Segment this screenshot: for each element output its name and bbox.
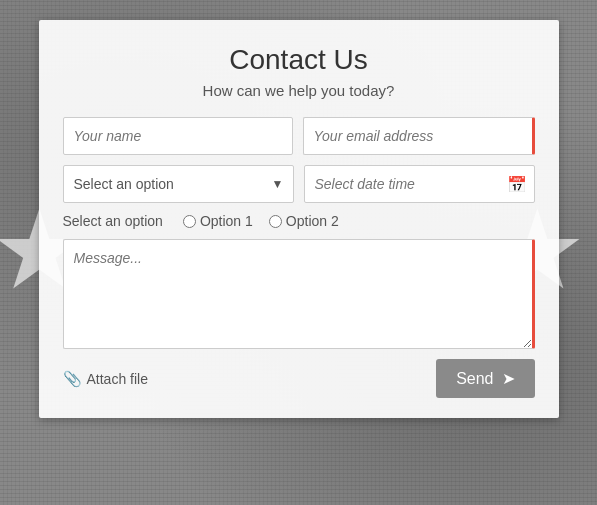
option-select[interactable]: Select an option Option 1 Option 2 Optio… <box>63 165 294 203</box>
form-subtitle: How can we help you today? <box>63 82 535 99</box>
send-button[interactable]: Send ➤ <box>436 359 534 398</box>
radio-option-1[interactable]: Option 1 <box>183 213 253 229</box>
paperclip-icon: 📎 <box>63 370 82 388</box>
attach-file-link[interactable]: 📎 Attach file <box>63 370 148 388</box>
contact-form-card: Contact Us How can we help you today? Se… <box>39 20 559 418</box>
radio-option-1-label: Option 1 <box>200 213 253 229</box>
date-wrapper: 📅 <box>304 165 535 203</box>
radio-option-2-label: Option 2 <box>286 213 339 229</box>
form-title: Contact Us <box>63 44 535 76</box>
radio-group-label: Select an option <box>63 213 163 229</box>
name-email-row <box>63 117 535 155</box>
name-input[interactable] <box>63 117 293 155</box>
send-icon: ➤ <box>502 369 515 388</box>
select-date-row: Select an option Option 1 Option 2 Optio… <box>63 165 535 203</box>
message-row <box>63 239 535 349</box>
attach-file-label: Attach file <box>87 371 148 387</box>
radio-row: Select an option Option 1 Option 2 <box>63 213 535 229</box>
send-button-label: Send <box>456 370 493 388</box>
radio-input-2[interactable] <box>269 215 282 228</box>
message-textarea[interactable] <box>63 239 535 349</box>
email-input[interactable] <box>303 117 535 155</box>
radio-input-1[interactable] <box>183 215 196 228</box>
date-input[interactable] <box>304 165 535 203</box>
form-footer: 📎 Attach file Send ➤ <box>63 359 535 398</box>
radio-option-2[interactable]: Option 2 <box>269 213 339 229</box>
select-wrapper: Select an option Option 1 Option 2 Optio… <box>63 165 294 203</box>
